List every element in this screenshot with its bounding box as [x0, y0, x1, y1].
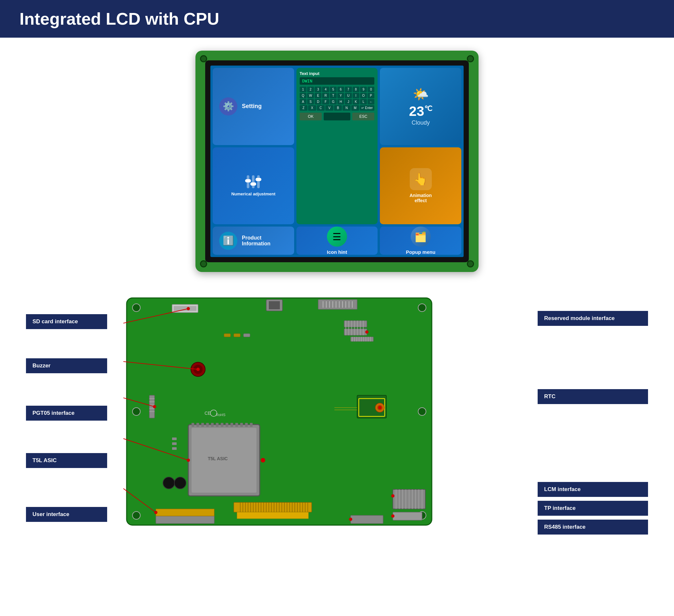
tile-numerical-label: Numerical adjustment — [231, 192, 275, 196]
kb-btn-row: OK ESC — [300, 113, 375, 120]
svg-rect-28 — [224, 334, 230, 337]
right-labels-column: Reserved module interface RTC LCM interf… — [538, 295, 648, 534]
keyboard-title: Text input — [300, 71, 375, 76]
svg-rect-56 — [206, 423, 209, 427]
svg-rect-8 — [174, 306, 197, 311]
pgt05-label-row: PGT05 interface — [26, 406, 123, 420]
svg-rect-57 — [211, 423, 214, 427]
kb-row-1: 1 2 3 4 5 6 7 8 9 0 — [300, 87, 375, 92]
svg-rect-65 — [250, 423, 253, 427]
tile-popup-label: Popup menu — [406, 249, 435, 255]
svg-text:CE: CE — [205, 410, 211, 416]
tile-icon-hint[interactable]: ☰ Icon hint — [297, 227, 378, 255]
svg-rect-35 — [351, 337, 373, 342]
svg-text:RoHS: RoHS — [216, 413, 225, 417]
svg-rect-108 — [351, 515, 383, 523]
svg-point-134 — [391, 494, 395, 498]
t5l-label-row: T5L ASIC — [26, 453, 123, 468]
tile-animation[interactable]: 👆 Animation effect — [380, 147, 461, 225]
screw-br — [467, 260, 474, 267]
animation-icon: 👆 — [410, 168, 432, 190]
tile-animation-label: Animation effect — [410, 193, 432, 203]
page-header: Integrated LCD with CPU — [0, 0, 674, 38]
screw-bl — [200, 260, 207, 267]
tile-popup-menu[interactable]: 🗂️ Popup menu — [380, 227, 461, 255]
screen-frame: ⚙️ Setting Text input DWIN 1 2 3 — [205, 60, 469, 262]
svg-point-112 — [174, 477, 186, 489]
svg-rect-53 — [192, 423, 194, 427]
svg-rect-107 — [393, 512, 422, 520]
kb-esc-button[interactable]: ESC — [352, 113, 375, 120]
screen-display: ⚙️ Setting Text input DWIN 1 2 3 — [210, 66, 464, 257]
svg-point-6 — [418, 408, 426, 415]
weather-desc: Cloudy — [412, 119, 430, 126]
svg-point-129 — [153, 405, 156, 408]
popup-menu-icon: 🗂️ — [411, 227, 431, 247]
svg-point-111 — [163, 477, 175, 489]
svg-rect-11 — [318, 299, 357, 309]
svg-rect-60 — [226, 423, 228, 427]
lcm-label-row: LCM interface — [538, 482, 648, 497]
user-interface-label-row: User interface — [26, 507, 123, 522]
tile-numerical[interactable]: Numerical adjustment — [213, 147, 294, 225]
rtc-label-row: RTC — [538, 389, 648, 404]
svg-rect-69 — [237, 512, 309, 519]
buzzer-label: Buzzer — [26, 358, 107, 373]
reserved-module-label-row: Reserved module interface — [538, 311, 648, 326]
svg-text:T5L ASIC: T5L ASIC — [208, 456, 228, 461]
left-labels-column: SD card interface Buzzer PGT05 interface… — [26, 295, 123, 522]
sd-card-label-row: SD card interface — [26, 314, 123, 329]
gear-icon: ⚙️ — [219, 97, 237, 116]
lcm-label: LCM interface — [538, 482, 648, 497]
svg-rect-54 — [197, 423, 199, 427]
svg-point-131 — [154, 511, 157, 514]
svg-point-132 — [365, 331, 368, 334]
tile-weather: 🌤️ 23℃ Cloudy — [380, 68, 461, 145]
lcd-display-section: ⚙️ Setting Text input DWIN 1 2 3 — [26, 50, 648, 272]
svg-rect-10 — [269, 301, 280, 309]
keyboard-input: DWIN — [300, 77, 375, 85]
pcb-board-svg: CE RoHS — [123, 295, 435, 528]
svg-rect-113 — [172, 438, 177, 440]
kb-row-3: A S D F G H J K L ← — [300, 99, 375, 105]
svg-point-66 — [261, 458, 265, 463]
svg-rect-55 — [201, 423, 204, 427]
pcb-front: ⚙️ Setting Text input DWIN 1 2 3 — [196, 50, 478, 272]
weather-temp: 23℃ — [409, 105, 433, 118]
svg-rect-110 — [156, 509, 214, 516]
tile-product-info[interactable]: ℹ️ Product Information — [213, 227, 294, 255]
user-interface-label: User interface — [26, 507, 107, 522]
tile-icon-hint-label: Icon hint — [327, 249, 347, 255]
svg-rect-30 — [243, 334, 250, 337]
svg-point-133 — [378, 406, 381, 409]
tile-setting-label: Setting — [242, 103, 262, 110]
tile-setting[interactable]: ⚙️ Setting — [213, 68, 294, 145]
svg-rect-58 — [216, 423, 219, 427]
numerical-icon — [247, 175, 260, 188]
svg-rect-64 — [245, 423, 248, 427]
svg-point-1 — [132, 304, 140, 312]
svg-point-136 — [349, 518, 352, 521]
rtc-label: RTC — [538, 389, 648, 404]
svg-rect-61 — [230, 423, 233, 427]
svg-rect-109 — [156, 515, 214, 523]
svg-rect-63 — [240, 423, 243, 427]
svg-point-2 — [418, 304, 426, 312]
weather-icon: 🌤️ — [413, 87, 429, 102]
rs485-label: RS485 interface — [538, 520, 648, 534]
svg-rect-115 — [172, 447, 177, 450]
pcb-board-area: CE RoHS — [123, 295, 538, 528]
rs485-label-row: RS485 interface — [538, 520, 648, 534]
icon-hint-icon: ☰ — [327, 227, 347, 247]
kb-ok-button[interactable]: OK — [300, 113, 322, 120]
buzzer-label-row: Buzzer — [26, 358, 123, 373]
svg-point-127 — [187, 307, 190, 310]
svg-rect-62 — [235, 423, 238, 427]
svg-rect-29 — [234, 334, 240, 337]
tile-keyboard: Text input DWIN 1 2 3 4 5 6 7 — [297, 68, 378, 224]
reserved-module-label: Reserved module interface — [538, 311, 648, 326]
tp-label-row: TP interface — [538, 501, 648, 516]
pcb-back-section: SD card interface Buzzer PGT05 interface… — [26, 295, 648, 534]
t5l-label: T5L ASIC — [26, 453, 107, 468]
kb-row-4: Z X C V B N M ↵ Enter — [300, 105, 375, 111]
